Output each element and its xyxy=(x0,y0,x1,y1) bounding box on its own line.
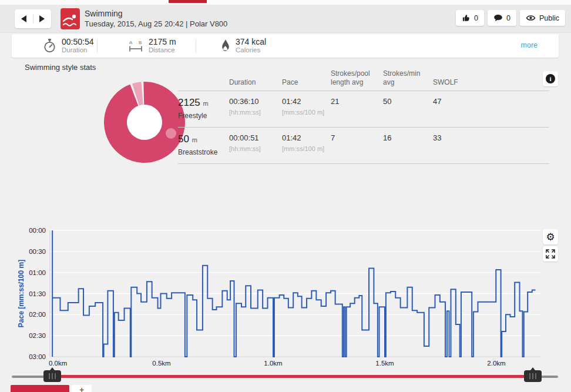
table-row: 50 m Breaststroke 00:00:51[hh:mm:ss] 01:… xyxy=(178,127,549,164)
svg-text:03:00: 03:00 xyxy=(29,353,46,360)
activity-title: Swimming xyxy=(85,8,227,19)
comment-button[interactable]: 0 xyxy=(488,10,516,26)
style-name: Freestyle xyxy=(178,112,229,120)
distance-icon: A B xyxy=(128,39,143,53)
svg-text:01:30: 01:30 xyxy=(29,290,46,297)
column-header: Pace xyxy=(282,78,331,87)
site-nav-strip xyxy=(0,0,571,5)
cell-unit: [mm:ss/100 m] xyxy=(282,145,331,152)
duration-value: 00:50:54 xyxy=(62,37,94,46)
curve-selector-button[interactable] xyxy=(11,385,69,392)
cell-strokes-min: 16 xyxy=(383,133,433,142)
cell-strokes-pool: 7 xyxy=(331,133,383,142)
next-session-button[interactable] xyxy=(33,9,52,28)
grip-icon xyxy=(49,373,56,379)
cell-unit: [mm:ss/100 m] xyxy=(282,109,331,116)
column-header: Duration xyxy=(229,78,282,87)
cell-unit: [hh:mm:ss] xyxy=(229,145,282,152)
activity-subtitle: Tuesday, 2015, Aug 25 20:42 | Polar V800 xyxy=(85,19,227,29)
chart-settings-button[interactable]: ⚙ xyxy=(543,229,558,244)
cell-strokes-min: 50 xyxy=(383,97,433,106)
cell-strokes-pool: 21 xyxy=(331,97,383,106)
cell-swolf: 33 xyxy=(433,133,549,142)
style-distance: 50 m xyxy=(178,133,229,145)
section-title: Swimming style stats xyxy=(25,63,96,72)
prev-session-button[interactable] xyxy=(15,9,33,28)
svg-text:00:30: 00:30 xyxy=(29,248,46,255)
summary-stats-bar: 00:50:54 Duration A B 2175 m Distance xyxy=(12,34,559,58)
column-header: Strokes/min avg xyxy=(383,69,433,87)
cell-swolf: 47 xyxy=(433,97,549,106)
cell-duration: 00:00:51 xyxy=(229,133,282,142)
comment-count: 0 xyxy=(506,14,510,22)
column-header: Strokes/pool length avg xyxy=(331,69,373,87)
svg-text:01:00: 01:00 xyxy=(29,269,46,276)
cell-pace: 01:42 xyxy=(282,133,331,142)
svg-text:2.0km: 2.0km xyxy=(487,360,505,367)
distance-value: 2175 m xyxy=(149,37,176,46)
like-button[interactable]: 0 xyxy=(456,10,484,26)
comment-icon xyxy=(493,14,503,22)
swimming-sport-icon xyxy=(61,8,80,29)
duration-label: Duration xyxy=(62,46,94,54)
svg-text:A: A xyxy=(129,40,133,45)
calories-icon xyxy=(220,38,230,53)
thumbs-up-icon xyxy=(462,14,471,22)
swim-style-table: Duration Pace Strokes/pool length avg St… xyxy=(178,69,549,164)
session-navigator xyxy=(15,9,51,28)
svg-text:1.5km: 1.5km xyxy=(375,360,394,367)
style-name: Breaststroke xyxy=(178,148,229,156)
next-icon xyxy=(39,15,45,22)
zoom-slider-left-handle[interactable] xyxy=(43,370,61,382)
svg-text:0.5km: 0.5km xyxy=(152,360,170,367)
gear-icon: ⚙ xyxy=(546,231,555,243)
zoom-slider-right-handle[interactable] xyxy=(524,370,542,382)
svg-text:00:00: 00:00 xyxy=(29,227,46,234)
eye-icon xyxy=(526,14,536,22)
visibility-label: Public xyxy=(539,14,559,22)
column-header: SWOLF xyxy=(433,78,549,87)
cell-unit: [hh:mm:ss] xyxy=(229,109,282,116)
cell-pace: 01:42 xyxy=(282,97,331,106)
style-distance: 2125 m xyxy=(178,97,229,109)
svg-text:0.0km: 0.0km xyxy=(49,360,67,367)
table-row: 2125 m Freestyle 00:36:10[hh:mm:ss] 01:4… xyxy=(178,91,549,127)
add-curve-button[interactable]: + xyxy=(72,385,92,392)
zoom-slider-selected-range[interactable] xyxy=(52,375,533,378)
expand-icon xyxy=(546,249,555,259)
svg-text:1.0km: 1.0km xyxy=(264,360,282,367)
cell-duration: 00:36:10 xyxy=(229,97,282,106)
svg-text:02:00: 02:00 xyxy=(29,311,46,318)
divider xyxy=(97,39,98,53)
pace-chart[interactable]: 00:0000:3001:0001:3002:0002:3003:000.0km… xyxy=(0,223,571,371)
calories-value: 374 kcal xyxy=(236,37,266,46)
svg-text:B: B xyxy=(139,40,142,45)
active-tab-indicator xyxy=(169,0,207,3)
table-header-row: Duration Pace Strokes/pool length avg St… xyxy=(178,69,549,91)
grip-icon xyxy=(529,373,536,379)
like-count: 0 xyxy=(474,14,478,22)
svg-text:Pace [mm:ss/100 m]: Pace [mm:ss/100 m] xyxy=(17,260,25,327)
plus-icon: + xyxy=(79,385,84,392)
activity-page: Swimming Tuesday, 2015, Aug 25 20:42 | P… xyxy=(0,0,571,392)
calories-label: Calories xyxy=(236,46,266,54)
more-link[interactable]: more xyxy=(521,41,538,49)
stopwatch-icon xyxy=(43,38,56,53)
visibility-button[interactable]: Public xyxy=(520,10,565,26)
fullscreen-button[interactable] xyxy=(543,246,558,262)
divider xyxy=(196,39,196,53)
prev-icon xyxy=(21,15,26,22)
distance-label: Distance xyxy=(149,46,176,54)
svg-text:02:30: 02:30 xyxy=(29,332,46,339)
activity-header: Swimming Tuesday, 2015, Aug 25 20:42 | P… xyxy=(0,5,571,33)
